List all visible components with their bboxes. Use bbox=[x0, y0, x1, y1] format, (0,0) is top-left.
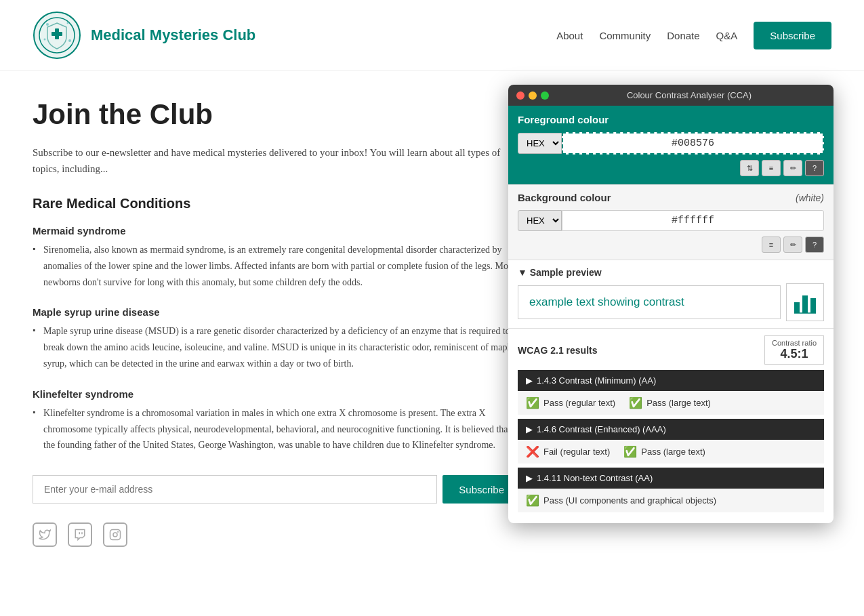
cca-preview-row: example text showing contrast bbox=[518, 283, 824, 321]
window-maximize-dot[interactable] bbox=[541, 91, 549, 100]
cca-bg-label: Background colour bbox=[518, 192, 611, 203]
cca-criterion-143: ▶ 1.4.3 Contrast (Minimum) (AA) ✅ Pass (… bbox=[518, 370, 824, 415]
pass-icon-3: ✅ bbox=[623, 445, 637, 458]
svg-rect-14 bbox=[802, 295, 808, 313]
cca-bg-toolbar: ≡ ✏ ? bbox=[518, 237, 824, 253]
cca-bg-help-btn[interactable]: ? bbox=[805, 237, 824, 253]
svg-point-11 bbox=[113, 533, 117, 537]
cca-146-result-2: ✅ Pass (large text) bbox=[623, 445, 705, 458]
twitch-icon[interactable] bbox=[68, 522, 92, 547]
pass-icon-2: ✅ bbox=[629, 396, 642, 409]
cca-contrast-label: Contrast ratio bbox=[772, 339, 817, 347]
page-title: Join the Club bbox=[33, 98, 520, 131]
cca-fg-eyedropper-btn[interactable]: ✏ bbox=[783, 160, 802, 176]
condition-mermaid: Mermaid syndrome Sirenomelia, also known… bbox=[33, 225, 520, 290]
cca-146-result-1: ❌ Fail (regular text) bbox=[526, 445, 610, 458]
condition-klinefelter-name: Klinefelter syndrome bbox=[33, 388, 520, 400]
nav-about[interactable]: About bbox=[556, 30, 583, 41]
criterion-1411-arrow: ▶ bbox=[526, 473, 533, 483]
cca-preview-text-box: example text showing contrast bbox=[518, 285, 781, 319]
cca-143-result-2-text: Pass (large text) bbox=[646, 398, 711, 408]
cca-fg-help-btn[interactable]: ? bbox=[805, 160, 824, 176]
cca-criterion-146-header[interactable]: ▶ 1.4.6 Contrast (Enhanced) (AAA) bbox=[518, 419, 824, 440]
svg-rect-3 bbox=[52, 32, 62, 36]
window-minimize-dot[interactable] bbox=[529, 91, 537, 100]
cca-criterion-146-body: ❌ Fail (regular text) ✅ Pass (large text… bbox=[518, 440, 824, 464]
cca-criterion-143-header[interactable]: ▶ 1.4.3 Contrast (Minimum) (AA) bbox=[518, 370, 824, 391]
condition-mermaid-desc: Sirenomelia, also known as mermaid syndr… bbox=[33, 242, 520, 290]
criterion-146-label: 1.4.6 Contrast (Enhanced) (AAA) bbox=[537, 424, 666, 434]
svg-point-4 bbox=[46, 23, 49, 26]
svg-point-5 bbox=[67, 22, 69, 24]
cca-preview-chart[interactable] bbox=[786, 283, 824, 321]
cca-preview-section: ▼ Sample preview example text showing co… bbox=[508, 260, 834, 328]
left-panel: Join the Club Subscribe to our e-newslet… bbox=[33, 98, 520, 547]
cca-fg-swap-btn[interactable]: ⇅ bbox=[740, 160, 759, 176]
cca-fg-input-row: HEX bbox=[518, 132, 824, 155]
email-subscribe-row: Subscribe bbox=[33, 475, 520, 504]
cca-fg-format-select[interactable]: HEX bbox=[518, 133, 562, 154]
svg-point-6 bbox=[44, 39, 46, 41]
cca-criterion-1411-header[interactable]: ▶ 1.4.11 Non-text Contrast (AA) bbox=[518, 468, 824, 489]
svg-point-7 bbox=[68, 39, 71, 42]
pass-icon-4: ✅ bbox=[526, 494, 539, 507]
condition-maple-desc: Maple syrup urine disease (MSUD) is a ra… bbox=[33, 323, 520, 371]
condition-klinefelter-desc: Klinefelter syndrome is a chromosomal va… bbox=[33, 405, 520, 453]
criterion-143-arrow: ▶ bbox=[526, 375, 533, 386]
cca-1411-result-1-text: Pass (UI components and graphical object… bbox=[543, 495, 716, 506]
svg-rect-15 bbox=[810, 298, 816, 313]
cca-criterion-143-body: ✅ Pass (regular text) ✅ Pass (large text… bbox=[518, 391, 824, 415]
cca-146-result-1-text: Fail (regular text) bbox=[543, 447, 610, 457]
cca-criterion-1411: ▶ 1.4.11 Non-text Contrast (AA) ✅ Pass (… bbox=[518, 468, 824, 512]
nav-qa[interactable]: Q&A bbox=[716, 30, 738, 41]
email-input[interactable] bbox=[33, 475, 437, 504]
cca-contrast-value: 4.5:1 bbox=[772, 347, 817, 361]
cca-bg-hex-input[interactable] bbox=[562, 210, 824, 231]
logo-area: Medical Mysteries Club bbox=[33, 11, 255, 60]
site-title: Medical Mysteries Club bbox=[91, 26, 255, 44]
criterion-1411-label: 1.4.11 Non-text Contrast (AA) bbox=[537, 473, 653, 483]
condition-mermaid-name: Mermaid syndrome bbox=[33, 225, 520, 237]
cca-bg-format-select[interactable]: HEX bbox=[518, 210, 562, 231]
cca-1411-result-1: ✅ Pass (UI components and graphical obje… bbox=[526, 494, 716, 507]
cca-bg-settings-btn[interactable]: ≡ bbox=[762, 237, 781, 253]
nav-donate[interactable]: Donate bbox=[667, 30, 699, 41]
cca-wcag-header-row: WCAG 2.1 results Contrast ratio 4.5:1 bbox=[518, 335, 824, 365]
twitter-icon[interactable] bbox=[33, 522, 57, 547]
cca-criterion-1411-body: ✅ Pass (UI components and graphical obje… bbox=[518, 489, 824, 512]
nav-community[interactable]: Community bbox=[599, 30, 651, 41]
nav-subscribe-button[interactable]: Subscribe bbox=[754, 22, 831, 49]
cca-bg-header: Background colour (white) bbox=[518, 192, 824, 203]
logo-icon bbox=[33, 11, 81, 60]
cca-window: Colour Contrast Analyser (CCA) Foregroun… bbox=[508, 85, 834, 523]
cca-146-result-2-text: Pass (large text) bbox=[641, 447, 705, 457]
condition-maple: Maple syrup urine disease Maple syrup ur… bbox=[33, 306, 520, 371]
condition-klinefelter: Klinefelter syndrome Klinefelter syndrom… bbox=[33, 388, 520, 453]
social-icons bbox=[33, 522, 520, 547]
svg-rect-13 bbox=[794, 302, 800, 313]
intro-paragraph: Subscribe to our e-newsletter and have m… bbox=[33, 144, 520, 177]
cca-143-result-2: ✅ Pass (large text) bbox=[629, 396, 711, 409]
window-close-dot[interactable] bbox=[516, 91, 524, 100]
cca-contrast-box: Contrast ratio 4.5:1 bbox=[764, 335, 824, 365]
main-content: Join the Club Subscribe to our e-newslet… bbox=[0, 71, 864, 574]
cca-bg-section: Background colour (white) HEX ≡ ✏ ? bbox=[508, 184, 834, 260]
cca-preview-header: ▼ Sample preview bbox=[518, 267, 824, 278]
cca-criterion-146: ▶ 1.4.6 Contrast (Enhanced) (AAA) ❌ Fail… bbox=[518, 419, 824, 464]
cca-titlebar: Colour Contrast Analyser (CCA) bbox=[508, 85, 834, 106]
cca-fg-settings-btn[interactable]: ≡ bbox=[762, 160, 781, 176]
criterion-143-label: 1.4.3 Contrast (Minimum) (AA) bbox=[537, 375, 656, 386]
cca-fg-hex-input[interactable] bbox=[562, 132, 824, 155]
cca-143-result-1-text: Pass (regular text) bbox=[543, 398, 615, 408]
section-title: Rare Medical Conditions bbox=[33, 196, 520, 211]
cca-bg-name: (white) bbox=[796, 192, 824, 203]
instagram-icon[interactable] bbox=[103, 522, 127, 547]
pass-icon-1: ✅ bbox=[526, 396, 539, 409]
cca-fg-toolbar: ⇅ ≡ ✏ ? bbox=[518, 160, 824, 176]
fail-icon-1: ❌ bbox=[526, 445, 539, 458]
site-header: Medical Mysteries Club About Community D… bbox=[0, 0, 864, 71]
cca-window-title: Colour Contrast Analyser (CCA) bbox=[627, 90, 752, 100]
condition-maple-name: Maple syrup urine disease bbox=[33, 306, 520, 318]
svg-point-12 bbox=[118, 532, 119, 533]
cca-bg-eyedropper-btn[interactable]: ✏ bbox=[783, 237, 802, 253]
